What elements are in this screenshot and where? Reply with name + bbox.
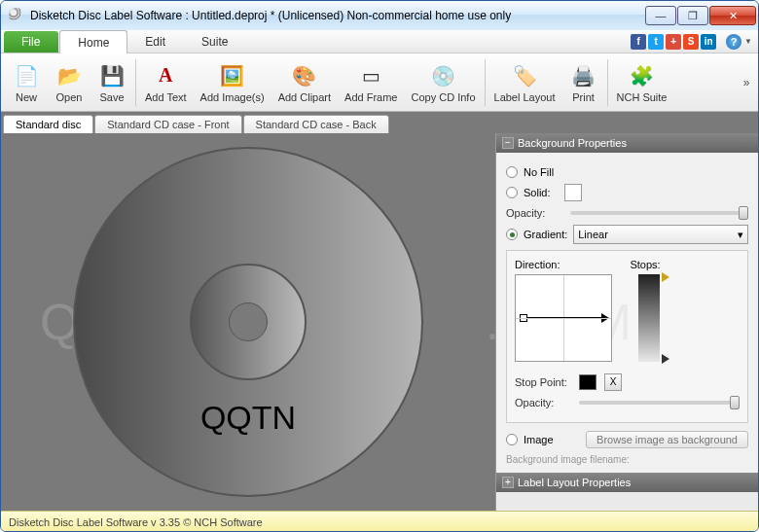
expand-icon[interactable]: + bbox=[502, 477, 514, 488]
stop-color-swatch[interactable] bbox=[579, 374, 596, 390]
radio-icon[interactable] bbox=[506, 166, 518, 178]
solid-option[interactable]: Solid: bbox=[506, 184, 748, 201]
solid-color-swatch[interactable] bbox=[564, 184, 582, 201]
stumble-icon[interactable]: S bbox=[683, 34, 699, 50]
background-properties-header[interactable]: − Background Properties bbox=[496, 133, 758, 153]
maximize-button[interactable]: ❐ bbox=[677, 6, 708, 25]
print-button[interactable]: 🖨️Print bbox=[562, 55, 605, 110]
tab-cd-case-front[interactable]: Standard CD case - Front bbox=[94, 115, 241, 133]
radio-icon[interactable] bbox=[506, 187, 518, 198]
disc-label[interactable]: QQTN bbox=[73, 147, 423, 497]
gradient-type-select[interactable]: Linear▾ bbox=[573, 225, 748, 244]
stop-opacity-label: Opacity: bbox=[515, 397, 571, 408]
direction-picker[interactable] bbox=[515, 274, 612, 362]
stop-point-label: Stop Point: bbox=[515, 376, 571, 388]
help-dropdown-icon[interactable]: ▼ bbox=[744, 37, 752, 46]
save-button[interactable]: 💾Save bbox=[90, 55, 133, 110]
radio-icon[interactable] bbox=[506, 229, 518, 240]
stops-label: Stops: bbox=[630, 259, 660, 270]
menu-edit[interactable]: Edit bbox=[127, 30, 184, 53]
opacity-label: Opacity: bbox=[506, 207, 562, 219]
stop-opacity-slider[interactable] bbox=[579, 401, 740, 405]
no-fill-option[interactable]: No Fill bbox=[506, 166, 748, 178]
menu-home[interactable]: Home bbox=[59, 30, 127, 53]
document-tabs: Standard disc Standard CD case - Front S… bbox=[1, 112, 758, 133]
label-layout-properties-header[interactable]: + Label Layout Properties bbox=[496, 473, 758, 492]
clipart-icon: 🎨 bbox=[291, 62, 318, 89]
radio-icon[interactable] bbox=[506, 434, 518, 445]
menu-suite[interactable]: Suite bbox=[184, 30, 246, 53]
add-clipart-button[interactable]: 🎨Add Clipart bbox=[271, 55, 338, 110]
twitter-icon[interactable]: t bbox=[648, 34, 664, 50]
gradient-stop-top[interactable] bbox=[662, 272, 669, 282]
image-option[interactable]: Image Browse image as background bbox=[506, 431, 748, 448]
status-bar: Disketch Disc Label Software v 3.35 © NC… bbox=[1, 511, 758, 532]
nch-suite-button[interactable]: 🧩NCH Suite bbox=[610, 55, 674, 110]
help-icon[interactable]: ? bbox=[726, 34, 741, 50]
close-button[interactable]: ✕ bbox=[709, 6, 756, 25]
facebook-icon[interactable]: f bbox=[631, 34, 646, 50]
frame-icon: ▭ bbox=[357, 62, 384, 89]
status-text: Disketch Disc Label Software v 3.35 © NC… bbox=[9, 516, 263, 528]
text-icon: A bbox=[152, 62, 179, 89]
print-icon: 🖨️ bbox=[570, 62, 597, 89]
gradient-label: Gradient: bbox=[524, 229, 567, 240]
window-title: Disketch Disc Label Software : Untitled.… bbox=[30, 9, 645, 22]
gradient-stop-bottom[interactable] bbox=[662, 354, 669, 364]
solid-label: Solid: bbox=[524, 187, 551, 198]
tab-standard-disc[interactable]: Standard disc bbox=[3, 115, 93, 133]
open-icon: 📂 bbox=[55, 62, 83, 89]
image-label: Image bbox=[524, 434, 554, 445]
disc-text[interactable]: QQTN bbox=[200, 399, 296, 437]
add-frame-button[interactable]: ▭Add Frame bbox=[338, 55, 404, 110]
canvas[interactable]: QQTN . COM QQTN bbox=[1, 133, 495, 511]
add-text-button[interactable]: AAdd Text bbox=[138, 55, 194, 110]
save-icon: 💾 bbox=[98, 62, 126, 89]
background-properties-title: Background Properties bbox=[518, 137, 627, 149]
copy-cd-info-button[interactable]: 💿Copy CD Info bbox=[404, 55, 482, 110]
remove-stop-button[interactable]: X bbox=[604, 373, 622, 391]
googleplus-icon[interactable]: + bbox=[666, 34, 681, 50]
new-icon: 📄 bbox=[13, 62, 40, 89]
collapse-icon[interactable]: − bbox=[502, 137, 514, 149]
layout-icon: 🏷️ bbox=[511, 62, 538, 89]
new-button[interactable]: 📄New bbox=[5, 55, 48, 110]
gradient-option[interactable]: Gradient: Linear▾ bbox=[506, 225, 748, 244]
toolbar: 📄New 📂Open 💾Save AAdd Text 🖼️Add Image(s… bbox=[1, 53, 758, 112]
menu-file[interactable]: File bbox=[4, 31, 58, 53]
label-layout-title: Label Layout Properties bbox=[518, 477, 631, 488]
gradient-stops-bar[interactable] bbox=[638, 274, 660, 362]
chevron-down-icon: ▾ bbox=[738, 229, 743, 241]
menu-bar: File Home Edit Suite f t + S in ? ▼ bbox=[1, 30, 758, 53]
browse-image-button[interactable]: Browse image as background bbox=[586, 431, 748, 448]
label-layout-button[interactable]: 🏷️Label Layout bbox=[488, 55, 562, 110]
opacity-slider[interactable] bbox=[570, 211, 748, 215]
disc-inner-ring bbox=[190, 264, 307, 380]
add-images-button[interactable]: 🖼️Add Image(s) bbox=[194, 55, 271, 110]
image-filename-hint: Background image filename: bbox=[506, 454, 748, 465]
suite-icon: 🧩 bbox=[629, 62, 656, 89]
title-bar: Disketch Disc Label Software : Untitled.… bbox=[1, 1, 758, 30]
disc-hole bbox=[229, 302, 268, 341]
cd-info-icon: 💿 bbox=[430, 62, 457, 89]
open-button[interactable]: 📂Open bbox=[48, 55, 90, 110]
tab-cd-case-back[interactable]: Standard CD case - Back bbox=[243, 115, 389, 133]
app-icon bbox=[9, 8, 24, 23]
minimize-button[interactable]: — bbox=[645, 6, 676, 25]
images-icon: 🖼️ bbox=[219, 62, 246, 89]
no-fill-label: No Fill bbox=[524, 166, 554, 178]
direction-label: Direction: bbox=[515, 259, 560, 270]
properties-panel: − Background Properties No Fill Solid: O… bbox=[495, 133, 758, 511]
linkedin-icon[interactable]: in bbox=[701, 34, 716, 50]
toolbar-more-icon[interactable]: » bbox=[739, 76, 754, 89]
